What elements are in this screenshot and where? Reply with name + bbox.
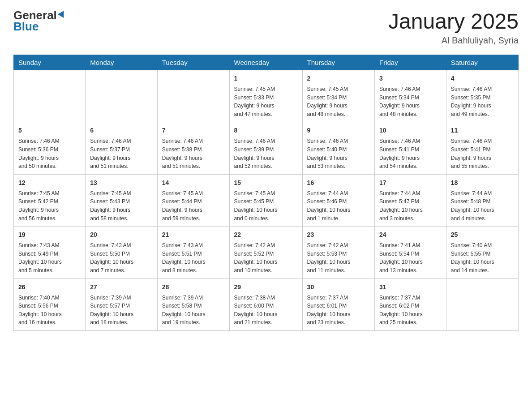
page-header: General Blue January 2025 Al Bahluliyah,… — [13, 9, 519, 46]
day-info: Sunrise: 7:45 AM Sunset: 5:42 PM Dayligh… — [18, 189, 81, 223]
calendar-cell: 29Sunrise: 7:38 AM Sunset: 6:00 PM Dayli… — [229, 278, 302, 330]
day-number: 13 — [90, 178, 152, 188]
day-info: Sunrise: 7:45 AM Sunset: 5:44 PM Dayligh… — [162, 189, 225, 223]
calendar-cell: 19Sunrise: 7:43 AM Sunset: 5:49 PM Dayli… — [14, 227, 86, 278]
day-info: Sunrise: 7:46 AM Sunset: 5:35 PM Dayligh… — [451, 85, 514, 118]
day-of-week-header: Sunday — [14, 55, 86, 70]
day-number: 10 — [379, 126, 442, 135]
day-info: Sunrise: 7:43 AM Sunset: 5:51 PM Dayligh… — [162, 241, 225, 274]
day-info: Sunrise: 7:46 AM Sunset: 5:34 PM Dayligh… — [379, 85, 442, 118]
day-info: Sunrise: 7:46 AM Sunset: 5:39 PM Dayligh… — [234, 137, 298, 170]
day-number: 5 — [18, 126, 81, 135]
day-number: 16 — [307, 178, 370, 188]
day-number: 12 — [18, 178, 81, 188]
calendar-body: 1Sunrise: 7:45 AM Sunset: 5:33 PM Daylig… — [14, 70, 519, 331]
day-info: Sunrise: 7:46 AM Sunset: 5:41 PM Dayligh… — [379, 137, 442, 170]
month-title: January 2025 — [388, 9, 519, 34]
calendar-cell — [14, 70, 86, 122]
logo: General Blue — [13, 9, 66, 33]
day-info: Sunrise: 7:43 AM Sunset: 5:50 PM Dayligh… — [90, 241, 152, 274]
calendar-cell: 12Sunrise: 7:45 AM Sunset: 5:42 PM Dayli… — [14, 174, 86, 226]
day-of-week-header: Thursday — [302, 55, 374, 70]
calendar-cell: 27Sunrise: 7:39 AM Sunset: 5:57 PM Dayli… — [86, 278, 157, 330]
calendar-header: SundayMondayTuesdayWednesdayThursdayFrid… — [14, 55, 519, 70]
calendar-cell: 31Sunrise: 7:37 AM Sunset: 6:02 PM Dayli… — [374, 278, 446, 330]
day-number: 20 — [90, 230, 152, 240]
day-info: Sunrise: 7:46 AM Sunset: 5:41 PM Dayligh… — [451, 137, 514, 170]
day-number: 4 — [451, 74, 514, 83]
day-number: 17 — [379, 178, 442, 188]
day-number: 3 — [379, 74, 442, 83]
day-number: 24 — [379, 230, 442, 240]
calendar-cell: 18Sunrise: 7:44 AM Sunset: 5:48 PM Dayli… — [446, 174, 518, 226]
logo-text-bottom: Blue — [13, 20, 66, 33]
day-info: Sunrise: 7:42 AM Sunset: 5:53 PM Dayligh… — [307, 241, 370, 274]
calendar-week-row: 26Sunrise: 7:40 AM Sunset: 5:56 PM Dayli… — [14, 278, 519, 330]
calendar-cell: 26Sunrise: 7:40 AM Sunset: 5:56 PM Dayli… — [14, 278, 86, 330]
day-number: 6 — [90, 126, 152, 135]
day-number: 28 — [162, 283, 225, 292]
day-info: Sunrise: 7:40 AM Sunset: 5:56 PM Dayligh… — [18, 294, 81, 327]
day-info: Sunrise: 7:37 AM Sunset: 6:02 PM Dayligh… — [379, 294, 442, 327]
day-number: 27 — [90, 283, 152, 292]
day-info: Sunrise: 7:45 AM Sunset: 5:33 PM Dayligh… — [234, 85, 298, 118]
title-block: January 2025 Al Bahluliyah, Syria — [388, 9, 519, 46]
day-number: 25 — [451, 230, 514, 240]
day-of-week-header: Saturday — [446, 55, 518, 70]
calendar-cell: 6Sunrise: 7:46 AM Sunset: 5:37 PM Daylig… — [86, 122, 157, 174]
day-info: Sunrise: 7:45 AM Sunset: 5:43 PM Dayligh… — [90, 189, 152, 223]
calendar-cell: 3Sunrise: 7:46 AM Sunset: 5:34 PM Daylig… — [374, 70, 446, 122]
day-info: Sunrise: 7:41 AM Sunset: 5:54 PM Dayligh… — [379, 241, 442, 274]
day-info: Sunrise: 7:38 AM Sunset: 6:00 PM Dayligh… — [234, 294, 298, 327]
day-number: 22 — [234, 230, 298, 240]
day-info: Sunrise: 7:40 AM Sunset: 5:55 PM Dayligh… — [451, 241, 514, 274]
day-number: 7 — [162, 126, 225, 135]
day-number: 19 — [18, 230, 81, 240]
calendar-cell: 24Sunrise: 7:41 AM Sunset: 5:54 PM Dayli… — [374, 227, 446, 278]
day-info: Sunrise: 7:45 AM Sunset: 5:34 PM Dayligh… — [307, 85, 370, 118]
day-info: Sunrise: 7:46 AM Sunset: 5:38 PM Dayligh… — [162, 137, 225, 170]
calendar-table: SundayMondayTuesdayWednesdayThursdayFrid… — [13, 55, 519, 331]
calendar-cell: 25Sunrise: 7:40 AM Sunset: 5:55 PM Dayli… — [446, 227, 518, 278]
day-info: Sunrise: 7:43 AM Sunset: 5:49 PM Dayligh… — [18, 241, 81, 274]
day-number: 21 — [162, 230, 225, 240]
calendar-cell — [446, 278, 518, 330]
calendar-cell: 23Sunrise: 7:42 AM Sunset: 5:53 PM Dayli… — [302, 227, 374, 278]
day-info: Sunrise: 7:44 AM Sunset: 5:48 PM Dayligh… — [451, 189, 514, 223]
calendar-cell: 5Sunrise: 7:46 AM Sunset: 5:36 PM Daylig… — [14, 122, 86, 174]
calendar-cell: 8Sunrise: 7:46 AM Sunset: 5:39 PM Daylig… — [229, 122, 302, 174]
day-number: 8 — [234, 126, 298, 135]
calendar-cell: 4Sunrise: 7:46 AM Sunset: 5:35 PM Daylig… — [446, 70, 518, 122]
day-number: 30 — [307, 283, 370, 292]
day-number: 11 — [451, 126, 514, 135]
logo-triangle-icon — [57, 11, 67, 20]
location-label: Al Bahluliyah, Syria — [388, 35, 519, 46]
calendar-cell: 1Sunrise: 7:45 AM Sunset: 5:33 PM Daylig… — [229, 70, 302, 122]
calendar-week-row: 12Sunrise: 7:45 AM Sunset: 5:42 PM Dayli… — [14, 174, 519, 226]
calendar-cell: 28Sunrise: 7:39 AM Sunset: 5:58 PM Dayli… — [157, 278, 229, 330]
day-number: 14 — [162, 178, 225, 188]
calendar-cell: 21Sunrise: 7:43 AM Sunset: 5:51 PM Dayli… — [157, 227, 229, 278]
calendar-cell: 9Sunrise: 7:46 AM Sunset: 5:40 PM Daylig… — [302, 122, 374, 174]
day-info: Sunrise: 7:39 AM Sunset: 5:58 PM Dayligh… — [162, 294, 225, 327]
day-of-week-header: Monday — [86, 55, 157, 70]
day-info: Sunrise: 7:45 AM Sunset: 5:45 PM Dayligh… — [234, 189, 298, 223]
day-of-week-header: Wednesday — [229, 55, 302, 70]
calendar-cell: 11Sunrise: 7:46 AM Sunset: 5:41 PM Dayli… — [446, 122, 518, 174]
calendar-cell: 13Sunrise: 7:45 AM Sunset: 5:43 PM Dayli… — [86, 174, 157, 226]
day-info: Sunrise: 7:44 AM Sunset: 5:47 PM Dayligh… — [379, 189, 442, 223]
day-info: Sunrise: 7:37 AM Sunset: 6:01 PM Dayligh… — [307, 294, 370, 327]
day-info: Sunrise: 7:42 AM Sunset: 5:52 PM Dayligh… — [234, 241, 298, 274]
day-number: 18 — [451, 178, 514, 188]
calendar-cell: 10Sunrise: 7:46 AM Sunset: 5:41 PM Dayli… — [374, 122, 446, 174]
calendar-week-row: 1Sunrise: 7:45 AM Sunset: 5:33 PM Daylig… — [14, 70, 519, 122]
day-number: 15 — [234, 178, 298, 188]
calendar-cell: 20Sunrise: 7:43 AM Sunset: 5:50 PM Dayli… — [86, 227, 157, 278]
day-info: Sunrise: 7:46 AM Sunset: 5:40 PM Dayligh… — [307, 137, 370, 170]
day-number: 23 — [307, 230, 370, 240]
day-info: Sunrise: 7:46 AM Sunset: 5:37 PM Dayligh… — [90, 137, 152, 170]
calendar-cell: 14Sunrise: 7:45 AM Sunset: 5:44 PM Dayli… — [157, 174, 229, 226]
day-of-week-header: Friday — [374, 55, 446, 70]
day-number: 31 — [379, 283, 442, 292]
day-info: Sunrise: 7:46 AM Sunset: 5:36 PM Dayligh… — [18, 137, 81, 170]
